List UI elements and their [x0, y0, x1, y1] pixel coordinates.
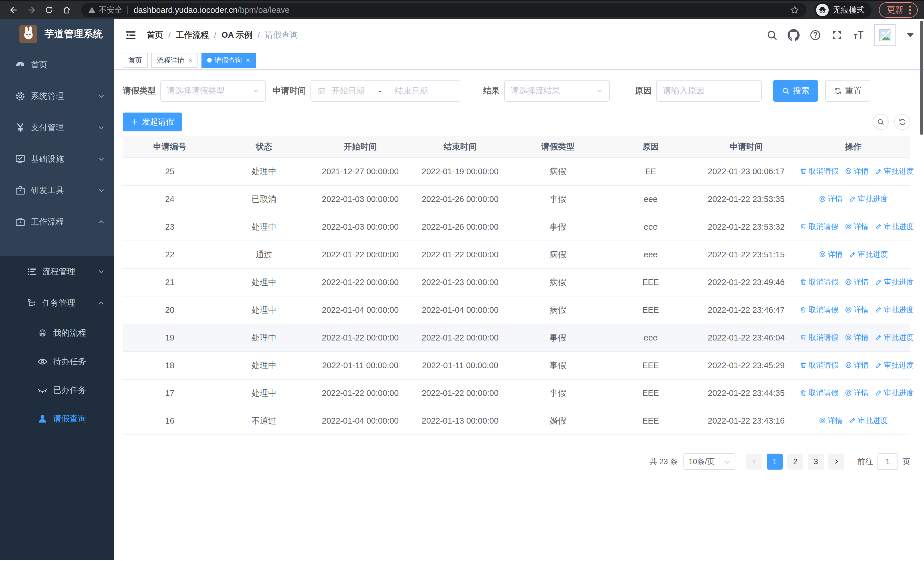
search-icon[interactable]: [766, 29, 778, 41]
sidebar-item-process-mgmt[interactable]: 流程管理: [0, 256, 114, 287]
sidebar-item-system-mgmt[interactable]: 系统管理: [0, 81, 114, 112]
reason-input[interactable]: 请输入原因: [656, 80, 762, 102]
avatar-dropdown-caret-icon[interactable]: [907, 33, 914, 38]
browser-menu-icon[interactable]: [909, 5, 912, 15]
date-start-placeholder[interactable]: 开始日期: [332, 85, 365, 96]
chevron-down-icon: [97, 92, 106, 101]
page-scrollbar[interactable]: [920, 21, 923, 135]
app-logo-row[interactable]: 芋道管理系统: [0, 19, 114, 49]
font-size-icon[interactable]: [853, 29, 865, 41]
tab-leave-query[interactable]: 请假查询×: [201, 53, 256, 68]
action-view-detail[interactable]: 详情: [844, 360, 868, 370]
action-approval-progress[interactable]: 审批进度: [849, 194, 888, 204]
reset-button[interactable]: 重置: [825, 80, 870, 102]
date-separator: -: [378, 86, 381, 96]
sidebar-item-todo-tasks[interactable]: 待办任务: [0, 347, 114, 376]
breadcrumb-item[interactable]: OA 示例: [222, 29, 252, 41]
show-search-toggle-button[interactable]: [873, 114, 889, 130]
cell-applied: 2022-01-22 23:46:04: [696, 324, 796, 352]
action-approval-progress[interactable]: 审批进度: [875, 222, 914, 232]
result-select[interactable]: 请选择流结果: [504, 80, 610, 102]
action-cancel-leave[interactable]: 取消请假: [800, 305, 838, 315]
edit-icon: [875, 334, 882, 341]
tab-process-detail[interactable]: 流程详情×: [151, 53, 198, 68]
page-button-2[interactable]: 2: [787, 454, 803, 469]
search-button[interactable]: 搜索: [773, 80, 818, 102]
refresh-table-button[interactable]: [894, 114, 910, 130]
goto-page-input[interactable]: [878, 453, 898, 470]
action-view-detail[interactable]: 详情: [844, 222, 868, 232]
action-view-detail[interactable]: 详情: [819, 250, 843, 259]
sidebar-item-home[interactable]: 首页: [0, 49, 114, 81]
edit-icon: [849, 417, 856, 424]
action-view-detail[interactable]: 详情: [844, 166, 868, 176]
sidebar-item-payment-mgmt[interactable]: 支付管理: [0, 112, 114, 143]
apply-time-range-picker[interactable]: 开始日期 - 结束日期: [310, 80, 460, 102]
page-button-3[interactable]: 3: [808, 454, 824, 469]
leave-type-select[interactable]: 请选择请假类型: [160, 80, 266, 102]
action-view-detail[interactable]: 详情: [819, 416, 843, 426]
action-approval-progress[interactable]: 审批进度: [849, 416, 888, 426]
action-view-detail[interactable]: 详情: [844, 277, 868, 287]
cell-start: 2022-01-11 00:00:00: [311, 352, 410, 379]
sidebar-submenu-panel: 流程管理任务管理我的流程待办任务已办任务请假查询: [0, 256, 114, 560]
action-view-detail[interactable]: 详情: [844, 332, 868, 343]
action-cancel-leave[interactable]: 取消请假: [800, 166, 838, 176]
page-button-1[interactable]: 1: [767, 454, 783, 469]
sidebar-item-leave-query[interactable]: 请假查询: [0, 405, 114, 433]
action-cancel-leave[interactable]: 取消请假: [800, 388, 838, 398]
browser-reload-button[interactable]: [42, 3, 57, 17]
action-approval-progress[interactable]: 审批进度: [875, 332, 914, 343]
help-icon[interactable]: [809, 29, 821, 41]
close-icon[interactable]: ×: [188, 56, 192, 64]
sidebar-item-infrastructure[interactable]: 基础设施: [0, 143, 114, 175]
browser-back-button[interactable]: [6, 3, 21, 17]
next-page-button[interactable]: [828, 454, 844, 469]
action-approval-progress[interactable]: 审批进度: [849, 250, 888, 259]
prev-page-button[interactable]: [746, 454, 762, 469]
view-icon: [844, 167, 852, 175]
action-approval-progress[interactable]: 审批进度: [875, 166, 914, 176]
sidebar-collapse-icon[interactable]: [124, 29, 137, 41]
security-label[interactable]: 不安全: [99, 5, 123, 15]
cell-id: 21: [123, 269, 217, 296]
github-icon[interactable]: [788, 29, 800, 41]
address-bar[interactable]: 不安全 dashboard.yudao.iocoder.cn/bpm/oa/le…: [81, 3, 806, 17]
action-approval-progress[interactable]: 审批进度: [875, 305, 914, 315]
sidebar-item-task-mgmt[interactable]: 任务管理: [0, 287, 114, 319]
action-view-detail[interactable]: 详情: [844, 388, 868, 398]
browser-forward-button[interactable]: [24, 3, 39, 17]
date-end-placeholder[interactable]: 结束日期: [395, 85, 428, 96]
user-avatar[interactable]: [874, 24, 896, 46]
trash-icon: [800, 306, 807, 313]
action-approval-progress[interactable]: 审批进度: [875, 388, 914, 398]
action-cancel-leave[interactable]: 取消请假: [800, 277, 838, 287]
action-cancel-leave[interactable]: 取消请假: [800, 332, 838, 343]
browser-home-button[interactable]: [59, 3, 74, 17]
sidebar-item-my-process[interactable]: 我的流程: [0, 319, 114, 347]
table-row: 19处理中2022-01-22 00:00:002022-01-22 00:00…: [123, 324, 910, 352]
url-host: dashboard.yudao.iocoder.cn: [134, 5, 237, 15]
action-cancel-leave[interactable]: 取消请假: [800, 222, 838, 232]
breadcrumb-item[interactable]: 工作流程: [176, 29, 209, 41]
action-view-detail[interactable]: 详情: [844, 305, 868, 315]
sidebar-item-done-tasks[interactable]: 已办任务: [0, 376, 114, 405]
action-label: 详情: [854, 388, 868, 398]
sidebar-item-dev-tools[interactable]: 研发工具: [0, 175, 114, 206]
page-size-select[interactable]: 10条/页: [684, 453, 735, 470]
create-leave-button[interactable]: 发起请假: [123, 113, 182, 131]
breadcrumb-item[interactable]: 首页: [147, 29, 163, 41]
fullscreen-icon[interactable]: [831, 29, 843, 41]
cell-applied: 2022-01-23 00:06:17: [696, 158, 796, 185]
action-view-detail[interactable]: 详情: [819, 194, 843, 204]
bookmark-star-icon[interactable]: [790, 5, 800, 15]
chevron-down-icon: [97, 155, 106, 163]
sidebar-item-workflow[interactable]: 工作流程: [0, 206, 114, 238]
action-approval-progress[interactable]: 审批进度: [875, 277, 914, 287]
action-cancel-leave[interactable]: 取消请假: [800, 360, 838, 370]
browser-update-button[interactable]: 更新: [879, 2, 918, 18]
close-icon[interactable]: ×: [246, 56, 250, 64]
edit-icon: [875, 167, 882, 175]
tab-home[interactable]: 首页: [123, 53, 148, 68]
action-approval-progress[interactable]: 审批进度: [875, 360, 914, 370]
